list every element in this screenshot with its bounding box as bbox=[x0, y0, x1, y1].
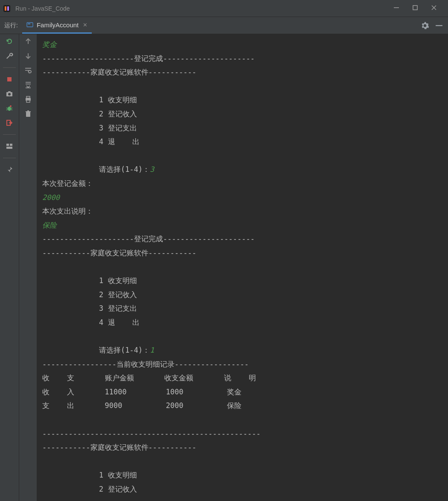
svg-rect-23 bbox=[6, 147, 12, 149]
svg-rect-22 bbox=[10, 144, 12, 146]
console-menu-item: 4 退 出 bbox=[42, 318, 140, 327]
app-icon bbox=[3, 4, 11, 13]
close-button[interactable] bbox=[431, 5, 437, 12]
run-actions-gutter bbox=[0, 34, 19, 501]
svg-point-14 bbox=[8, 107, 11, 111]
exit-icon[interactable] bbox=[6, 119, 13, 127]
svg-rect-9 bbox=[436, 25, 442, 26]
svg-line-15 bbox=[6, 108, 8, 108]
console-input-text: 1 bbox=[150, 346, 154, 354]
console-menu-item: 4 退 出 bbox=[42, 137, 140, 146]
svg-line-18 bbox=[11, 110, 12, 110]
console-prompt: 请选择(1-4)： bbox=[42, 165, 150, 174]
layout-icon[interactable] bbox=[6, 142, 13, 150]
svg-rect-13 bbox=[8, 91, 11, 93]
svg-point-19 bbox=[10, 105, 12, 107]
table-row: 收 入 11000 1000 奖金 bbox=[42, 388, 241, 396]
console-menu-item: 3 登记支出 bbox=[42, 124, 137, 132]
run-label: 运行: bbox=[0, 22, 22, 29]
svg-rect-7 bbox=[27, 23, 33, 27]
console-menu-item: 2 登记收入 bbox=[42, 110, 137, 118]
console-line: -----------家庭收支记账软件----------- bbox=[42, 249, 196, 257]
console-line: 本次支出说明： bbox=[42, 207, 93, 215]
titlebar: Run - JavaSE_Code bbox=[0, 0, 448, 17]
trash-icon[interactable] bbox=[24, 110, 32, 118]
svg-rect-35 bbox=[27, 110, 29, 111]
scroll-to-end-icon[interactable] bbox=[24, 81, 32, 89]
run-config-icon bbox=[26, 21, 33, 28]
console-menu-item: 1 收支明细 bbox=[42, 276, 137, 285]
console-line: 本次登记金额： bbox=[42, 179, 93, 188]
close-tab-icon[interactable]: ✕ bbox=[83, 22, 87, 28]
maximize-button[interactable] bbox=[412, 5, 418, 12]
svg-rect-4 bbox=[413, 6, 417, 10]
soft-wrap-icon[interactable] bbox=[24, 67, 32, 74]
svg-line-17 bbox=[6, 110, 8, 110]
hide-icon[interactable] bbox=[435, 22, 443, 29]
svg-rect-21 bbox=[6, 144, 9, 146]
svg-rect-0 bbox=[3, 5, 10, 12]
up-arrow-icon[interactable] bbox=[24, 38, 32, 45]
console-line: ---------------------登记完成---------------… bbox=[42, 235, 255, 243]
console-input-text: 保险 bbox=[42, 221, 57, 229]
console-menu-item: 3 登记支出 bbox=[42, 304, 137, 313]
pin-icon[interactable] bbox=[6, 166, 13, 174]
svg-rect-10 bbox=[7, 77, 12, 81]
console-menu-item: 2 登记收入 bbox=[42, 290, 137, 299]
console-line: -----------家庭收支记账软件----------- bbox=[42, 443, 196, 452]
console-input-text: 2000 bbox=[42, 193, 60, 202]
camera-icon[interactable] bbox=[6, 90, 13, 98]
minimize-button[interactable] bbox=[393, 5, 399, 12]
console-line: -----------------当前收支明细记录---------------… bbox=[42, 360, 249, 368]
console-menu-item: 1 收支明细 bbox=[42, 96, 137, 104]
console-menu-item: 1 收支明细 bbox=[42, 471, 137, 479]
print-icon[interactable] bbox=[24, 96, 32, 103]
svg-line-16 bbox=[11, 108, 12, 108]
console-menu-item: 2 登记收入 bbox=[42, 485, 137, 493]
console-line: ---------------------登记完成---------------… bbox=[42, 54, 255, 63]
svg-rect-32 bbox=[26, 100, 30, 102]
run-toolbar: 运行: FamilyAccount ✕ bbox=[0, 17, 448, 34]
run-tab-familyaccount[interactable]: FamilyAccount ✕ bbox=[22, 17, 92, 34]
run-tab-label: FamilyAccount bbox=[37, 21, 79, 29]
svg-rect-2 bbox=[7, 6, 9, 11]
console-output[interactable]: 奖金 ---------------------登记完成------------… bbox=[37, 34, 448, 501]
gear-icon[interactable] bbox=[421, 22, 429, 29]
bug-icon[interactable] bbox=[6, 104, 13, 112]
window-title: Run - JavaSE_Code bbox=[15, 5, 70, 12]
svg-rect-33 bbox=[26, 112, 30, 117]
console-input-text: 奖金 bbox=[42, 40, 57, 49]
table-header: 收 支 账户金额 收支金额 说 明 bbox=[42, 374, 256, 382]
svg-point-12 bbox=[8, 93, 11, 96]
table-row: 支 出 9000 2000 保险 bbox=[42, 401, 241, 410]
svg-rect-1 bbox=[5, 6, 6, 11]
console-input-text: 3 bbox=[150, 165, 154, 174]
stop-icon[interactable] bbox=[6, 75, 13, 83]
svg-rect-8 bbox=[28, 23, 30, 24]
console-line: ----------------------------------------… bbox=[42, 429, 261, 438]
console-actions-gutter bbox=[19, 34, 37, 501]
console-prompt: 请选择(1-4)： bbox=[42, 346, 150, 354]
svg-rect-31 bbox=[26, 96, 30, 98]
svg-rect-34 bbox=[26, 111, 31, 112]
wrench-icon[interactable] bbox=[6, 52, 13, 60]
down-arrow-icon[interactable] bbox=[24, 52, 32, 60]
rerun-icon[interactable] bbox=[6, 38, 13, 45]
console-line: -----------家庭收支记账软件----------- bbox=[42, 68, 196, 76]
